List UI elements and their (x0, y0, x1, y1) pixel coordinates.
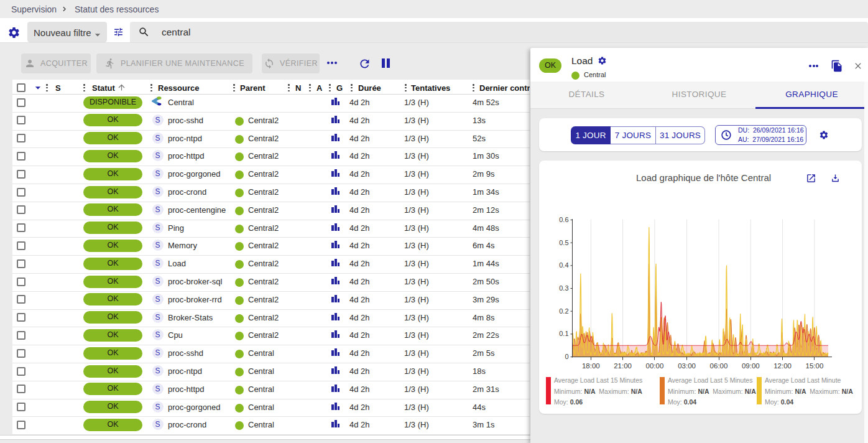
svg-text:09:00: 09:00 (742, 362, 760, 370)
svg-text:12:00: 12:00 (773, 362, 792, 370)
svg-text:00:00: 00:00 (646, 362, 664, 370)
svg-text:15:00: 15:00 (806, 362, 824, 370)
svg-text:03:00: 03:00 (678, 362, 696, 370)
svg-text:0.3: 0.3 (559, 284, 568, 292)
svg-text:0.5: 0.5 (559, 239, 568, 246)
svg-text:0.2: 0.2 (559, 307, 568, 315)
svg-text:0: 0 (565, 353, 568, 360)
svg-text:0.4: 0.4 (559, 261, 568, 269)
svg-text:0.6: 0.6 (559, 216, 568, 223)
svg-text:06:00: 06:00 (710, 362, 728, 370)
svg-text:21:00: 21:00 (614, 362, 632, 370)
svg-text:18:00: 18:00 (582, 362, 600, 370)
svg-text:0.1: 0.1 (559, 330, 568, 337)
